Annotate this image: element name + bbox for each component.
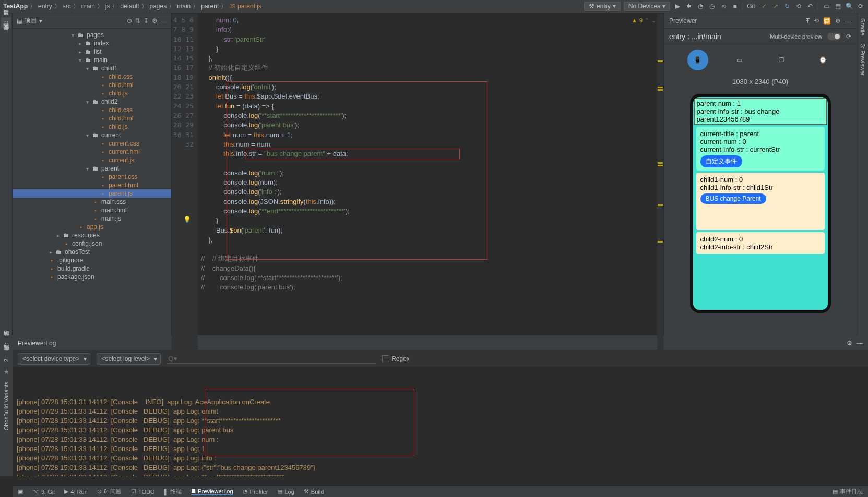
sb-terminal[interactable]: ▌终端: [164, 488, 182, 495]
watch-device-icon[interactable]: ⌚: [813, 50, 834, 70]
tree-item-current-hml[interactable]: ▪current.hml: [13, 148, 171, 156]
stop-icon[interactable]: ■: [731, 2, 739, 10]
sb-build[interactable]: ⚒Build: [304, 488, 324, 495]
tree-item-package-json[interactable]: ▪package.json: [13, 273, 171, 281]
tree-item-main-hml[interactable]: ▪main.hml: [13, 206, 171, 214]
gradle-tab[interactable]: Gradle: [859, 16, 867, 38]
tree-item-current-css[interactable]: ▪current.css: [13, 139, 171, 148]
sb-previewerlog[interactable]: ≣PreviewerLog: [191, 488, 233, 495]
tree-item-parent[interactable]: ▾🖿parent: [13, 164, 171, 173]
gear-icon[interactable]: ⚙: [835, 17, 841, 25]
tool-window-icon[interactable]: ▣: [18, 488, 23, 495]
log-body[interactable]: [phone] 07/28 15:01:31 14112 [Console IN…: [13, 367, 868, 476]
collapse-icon[interactable]: ↧: [144, 17, 149, 25]
tree-item-pages[interactable]: ▾🖿pages: [13, 31, 171, 39]
custom-event-button[interactable]: 自定义事件: [700, 155, 742, 167]
tree-item-child-css[interactable]: ▪child.css: [13, 106, 171, 114]
variants-tab[interactable]: OhosBuild Variants: [2, 380, 10, 432]
debug-icon[interactable]: ✱: [685, 2, 693, 10]
search-icon[interactable]: 🔍: [845, 2, 853, 10]
tree-item--gitignore[interactable]: ▪.gitignore: [13, 256, 171, 264]
commit-tab[interactable]: 提交的文件: [1, 33, 11, 37]
tree-item-child-hml[interactable]: ▪child.hml: [13, 81, 171, 89]
tree-item-main-js[interactable]: ▪main.js: [13, 214, 171, 223]
git-commit-icon[interactable]: ✓: [760, 2, 768, 10]
git-history-icon[interactable]: ⟲: [794, 2, 803, 10]
tv-device-icon[interactable]: 🖵: [771, 50, 792, 70]
crumb-js[interactable]: js: [105, 3, 110, 10]
crumb-file[interactable]: JS parent.js: [229, 3, 261, 10]
layout-icon[interactable]: ▤: [834, 2, 842, 10]
tree-item-child-js[interactable]: ▪child.js: [13, 123, 171, 131]
down-icon[interactable]: ⌄: [651, 16, 656, 25]
crumb-pages[interactable]: pages: [150, 3, 167, 10]
rotate-icon[interactable]: ⟲: [814, 17, 819, 25]
text-tool-icon[interactable]: Ŧ: [806, 17, 810, 25]
tree-item-resources[interactable]: ▸🖿resources: [13, 231, 171, 239]
git-revert-icon[interactable]: ↶: [806, 2, 814, 10]
sb-profiler[interactable]: ◔Profiler: [243, 488, 268, 495]
sb-log[interactable]: ▤Log: [277, 488, 294, 495]
structure-tab[interactable]: 7: 结构: [2, 339, 11, 349]
tree-item-build-gradle[interactable]: ▪build.gradle: [13, 264, 171, 273]
tree-item-parent-hml[interactable]: ▪parent.hml: [13, 181, 171, 189]
tree-item-main[interactable]: ▾🖿main: [13, 56, 171, 64]
crumb-parent[interactable]: parent: [201, 3, 219, 10]
phone-device-icon[interactable]: 📱: [687, 50, 708, 70]
sync-icon[interactable]: ⟳: [857, 2, 865, 10]
project-tab[interactable]: 1: 项目: [1, 17, 11, 28]
project-tree[interactable]: ▾🖿pages▸🖿index▸🖿list▾🖿main▾🖿child1▪child…: [13, 29, 171, 335]
crumb-src[interactable]: src: [63, 3, 71, 10]
run-config-dropdown[interactable]: ⚒ entry ▾: [584, 2, 621, 11]
sb-git[interactable]: ⌥9: Git: [32, 488, 55, 495]
tree-item-child-hml[interactable]: ▪child.hml: [13, 114, 171, 123]
previewer-tab-right[interactable]: 3: Previewer: [859, 42, 867, 78]
tablet-device-icon[interactable]: ▭: [729, 50, 750, 70]
log-search-input[interactable]: [167, 354, 376, 364]
tree-item-parent-js[interactable]: ▪parent.js: [13, 189, 171, 198]
hide-icon[interactable]: —: [845, 17, 851, 25]
tree-item-index[interactable]: ▸🖿index: [13, 39, 171, 47]
tree-item-current-js[interactable]: ▪current.js: [13, 156, 171, 164]
gear-icon[interactable]: ⚙: [847, 340, 852, 347]
up-icon[interactable]: ⌃: [645, 16, 649, 25]
crumb-TestApp[interactable]: TestApp: [3, 3, 28, 10]
coverage-icon[interactable]: ◔: [696, 2, 705, 10]
tree-item-child1[interactable]: ▾🖿child1: [13, 64, 171, 72]
tree-item-ohosTest[interactable]: ▸🖿ohosTest: [13, 248, 171, 256]
tree-item-child2[interactable]: ▾🖿child2: [13, 98, 171, 106]
crumb-default[interactable]: default: [120, 3, 139, 10]
code-editor[interactable]: num: 0, info:{ str: 'parentStr' } }, // …: [198, 14, 663, 351]
gear-icon[interactable]: ⚙: [152, 17, 158, 25]
bus-change-parent-button[interactable]: BUS change Parent: [700, 193, 766, 204]
crumb-main[interactable]: main: [81, 3, 95, 10]
star-icon[interactable]: ★: [4, 368, 9, 375]
git-push-icon[interactable]: ↗: [771, 2, 780, 10]
log-level-select[interactable]: <select log level>: [97, 353, 161, 365]
bulb-icon[interactable]: 💡: [183, 216, 191, 223]
chevron-down-icon[interactable]: ▾: [39, 17, 42, 25]
sb-problems[interactable]: ⊘6: 问题: [97, 488, 122, 495]
tree-item-child-js[interactable]: ▪child.js: [13, 89, 171, 98]
multi-device-toggle[interactable]: [827, 33, 841, 40]
sb-run[interactable]: ▶4: Run: [64, 488, 87, 495]
tree-item-main-css[interactable]: ▪main.css: [13, 198, 171, 206]
regex-checkbox[interactable]: Regex: [382, 355, 410, 362]
refresh-icon[interactable]: 🔁: [823, 17, 831, 25]
tree-item-list[interactable]: ▸🖿list: [13, 47, 171, 56]
warning-badge[interactable]: ▲ 9 ⌃ ⌄: [632, 16, 656, 25]
attach-icon[interactable]: ⎋: [719, 2, 728, 10]
profile-icon[interactable]: ◷: [708, 2, 716, 10]
crumb-entry[interactable]: entry: [38, 3, 52, 10]
tree-item-parent-css[interactable]: ▪parent.css: [13, 173, 171, 181]
tree-item-config-json[interactable]: ▪config.json: [13, 239, 171, 248]
expand-icon[interactable]: ⇅: [135, 17, 140, 25]
run-icon[interactable]: ▶: [673, 2, 682, 10]
sb-events[interactable]: ▤事件日志: [833, 488, 863, 495]
select-opened-icon[interactable]: ⊙: [127, 17, 132, 25]
crumb-main[interactable]: main: [177, 3, 191, 10]
favorites-tab[interactable]: 2: 收藏夹: [2, 354, 11, 364]
tree-item-app-js[interactable]: ▪app.js: [13, 223, 171, 231]
devices-dropdown[interactable]: No Devices ▾: [624, 2, 670, 11]
hide-icon[interactable]: —: [161, 17, 167, 25]
